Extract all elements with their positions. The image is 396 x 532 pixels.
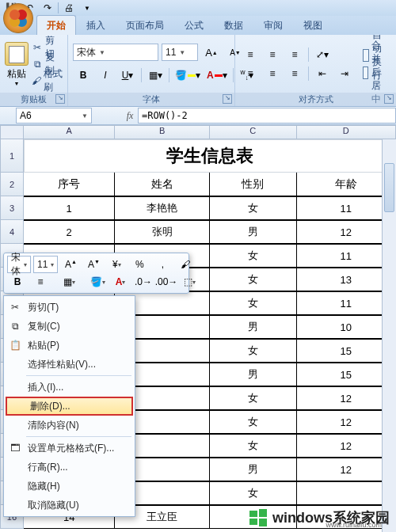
cell[interactable]: 女 [210,410,297,434]
col-header-D[interactable]: D [297,125,397,139]
tab-view[interactable]: 视图 [293,15,333,35]
cell[interactable]: 序号 [24,173,116,196]
ctx-row-height[interactable]: 行高(R)... [4,458,135,477]
align-top-button[interactable]: ≡ [240,46,261,63]
align-center-button[interactable]: ≡ [262,65,283,82]
cell[interactable]: 女 [210,196,297,220]
ctx-delete[interactable]: 删除(D)... [6,397,133,416]
clipboard-dialog-launcher[interactable]: ↘ [55,94,65,104]
ctx-hide[interactable]: 隐藏(H) [4,477,135,496]
font-size-combo[interactable]: 11▼ [162,44,198,61]
cell[interactable]: 女 [210,291,297,315]
increase-indent-button[interactable]: ⇥ [334,65,355,82]
format-painter-button[interactable]: 🖌格式刷 [32,73,63,89]
font-name-combo[interactable]: 宋体▼ [73,44,158,61]
mini-bold[interactable]: B [7,273,28,291]
orientation-button[interactable]: ⤢▾ [312,46,333,63]
cell[interactable]: 男 [210,220,297,244]
mini-size-combo[interactable]: 11▾ [33,256,58,273]
cell[interactable]: 女 [210,244,297,268]
paste-button[interactable]: 粘贴 ▼ [5,42,29,86]
bold-button[interactable]: B [73,66,93,84]
mini-grow-font[interactable]: A▲ [60,256,81,273]
ctx-format-cells[interactable]: 🗔设置单元格格式(F)... [4,439,135,458]
font-dialog-launcher[interactable]: ↘ [223,94,232,104]
mini-currency[interactable]: ¥▾ [106,256,127,273]
cell[interactable]: 张明 [115,220,210,244]
mini-dec-decimal[interactable]: .0→ [133,273,154,291]
ctx-unhide[interactable]: 取消隐藏(U) [4,496,135,515]
ctx-copy[interactable]: ⧉复制(C) [4,317,135,336]
cell[interactable]: 男 [210,315,297,339]
ctx-insert[interactable]: 插入(I)... [4,378,135,397]
alignment-dialog-launcher[interactable]: ↘ [384,94,394,104]
cell[interactable]: 女 [210,434,297,458]
tab-home[interactable]: 开始 [36,15,76,35]
qat-print[interactable]: 🖨 [61,1,77,15]
cell[interactable]: 女 [210,481,297,505]
row-header[interactable]: 1 [0,139,24,173]
mini-comma[interactable]: , [152,256,173,273]
fill-color-swatch [188,74,196,77]
align-middle-button[interactable]: ≡ [262,46,283,63]
underline-button[interactable]: U▾ [117,66,138,84]
scroll-thumb[interactable] [384,163,394,212]
cell[interactable]: 姓名 [115,173,210,196]
qat-more[interactable]: ▼ [79,1,95,15]
mini-font-combo[interactable]: 宋体▾ [7,256,31,273]
cell[interactable]: 1 [24,196,116,220]
mini-align[interactable]: ≡ [30,273,51,291]
row-header[interactable]: 4 [0,220,24,244]
tab-insert[interactable]: 插入 [76,15,116,35]
fx-button[interactable]: fx [124,108,136,123]
mini-border[interactable]: ▦▾ [59,273,79,291]
tab-formulas[interactable]: 公式 [174,15,214,35]
align-right-button[interactable]: ≡ [284,65,305,82]
tab-data[interactable]: 数据 [214,15,253,35]
cell[interactable]: 女 [210,268,297,291]
mini-merge[interactable]: ⬚▾ [179,273,200,291]
vertical-scrollbar[interactable] [382,139,396,532]
cell[interactable]: 2 [24,220,116,244]
cell[interactable]: 女 [210,386,297,410]
select-all-corner[interactable] [0,125,24,139]
qat-redo[interactable]: ↷ [40,1,55,15]
name-box[interactable]: A6▼ [16,108,92,124]
col-header-B[interactable]: B [115,125,210,139]
mini-fill-color[interactable]: 🪣▾ [87,273,108,291]
col-header-A[interactable]: A [24,125,116,139]
align-left-button[interactable]: ≡ [240,65,261,82]
cell[interactable]: 女 [210,339,297,363]
cell[interactable]: 李艳艳 [115,196,210,220]
align-bottom-button[interactable]: ≡ [284,46,305,63]
grow-font-icon: A [205,47,212,59]
ctx-clear[interactable]: 清除内容(N) [4,416,135,435]
cell[interactable]: 男 [210,458,297,481]
mini-font-color[interactable]: A▾ [110,273,131,291]
row-header[interactable]: 3 [0,196,24,220]
ctx-paste[interactable]: 📋粘贴(P) [4,336,135,355]
office-button[interactable] [3,3,33,33]
mini-percent[interactable]: % [129,256,150,273]
tab-review[interactable]: 审阅 [253,15,293,35]
grow-font-button[interactable]: A▲ [201,44,222,61]
row-header[interactable]: 2 [0,173,24,196]
ctx-cut[interactable]: ✂剪切(T) [4,298,135,317]
cell[interactable]: 性别 [210,173,297,196]
italic-button[interactable]: I [95,66,116,84]
mini-format-painter[interactable]: 🖌 [175,256,196,273]
title-cell[interactable]: 学生信息表 [24,139,396,173]
fill-color-button[interactable]: 🪣▾ [173,66,203,84]
border-button[interactable]: ▦▾ [145,66,166,84]
tab-layout[interactable]: 页面布局 [116,15,174,35]
formula-input[interactable]: =ROW()-2 [138,108,396,124]
font-color-button[interactable]: A▾ [204,66,230,84]
mini-inc-decimal[interactable]: .00→ [156,273,177,291]
col-header-C[interactable]: C [210,125,297,139]
merge-center-button[interactable]: 合并后居中 [360,65,391,81]
ctx-paste-special[interactable]: 选择性粘贴(V)... [4,355,135,374]
mini-shrink-font[interactable]: A▼ [83,256,104,273]
qat-separator [58,2,59,13]
cell[interactable]: 男 [210,363,297,386]
decrease-indent-button[interactable]: ⇤ [312,65,333,82]
